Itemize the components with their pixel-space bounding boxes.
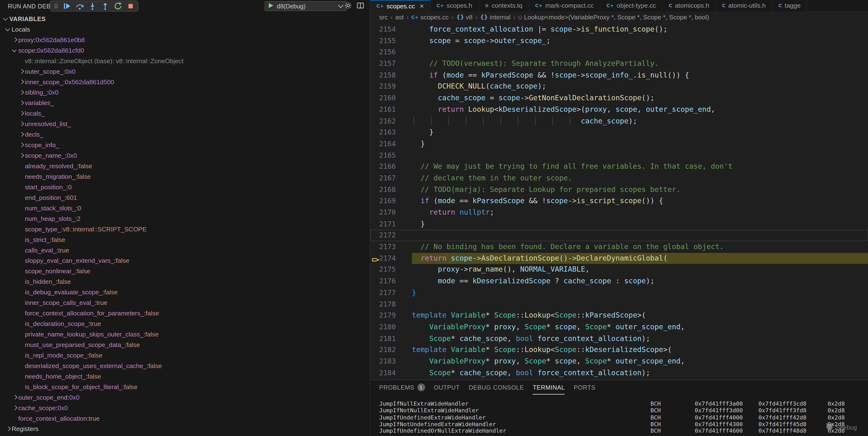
code-line-text[interactable]: VariableProxy* proxy, Scope* scope, Scop… xyxy=(412,321,868,333)
breadcrumb[interactable]: src›ast›C+scopes.cc›{}v8›{}internal›◇Loo… xyxy=(370,11,868,23)
code-line[interactable]: 2164 } xyxy=(370,138,868,150)
panel-tab-output[interactable]: OUTPUT xyxy=(434,380,460,394)
code-line-text[interactable]: scope = scope->outer_scope_; xyxy=(412,35,868,46)
tab-scopes.cc[interactable]: C+scopes.cc× xyxy=(370,0,430,11)
code-line-text[interactable]: mode == kDeserializedScope ? cache_scope… xyxy=(412,276,868,287)
code-line[interactable]: 2159 DCHECK_NULL(cache_scope); xyxy=(370,81,868,93)
variable-row[interactable]: scope_type_: v8::internal::SCRIPT_SCOPE xyxy=(0,223,370,234)
step-into-icon[interactable] xyxy=(89,2,96,10)
variable-row[interactable]: cache_scope: 0x0 xyxy=(0,402,370,413)
code-line-text[interactable]: if (mode == kParsedScope && !scope->is_s… xyxy=(412,195,868,207)
line-number[interactable]: 2168 xyxy=(370,184,396,195)
line-number[interactable]: 2162 xyxy=(370,115,396,127)
chevron-right-icon[interactable] xyxy=(18,99,25,106)
line-number[interactable]: 2156 xyxy=(370,46,396,58)
code-line[interactable]: 2156 xyxy=(370,46,868,58)
variable-row[interactable]: Locals xyxy=(0,24,370,34)
tab-tagge[interactable]: Ctagge xyxy=(772,0,807,11)
chevron-right-icon[interactable] xyxy=(11,394,18,401)
variable-row[interactable]: outer_scope_: 0x0 xyxy=(0,66,370,76)
line-number[interactable]: 2177 xyxy=(370,287,396,299)
line-number[interactable]: 2183 xyxy=(370,356,396,367)
variable-row[interactable]: scope_nonlinear_: false xyxy=(0,266,370,276)
line-number[interactable]: 2159 xyxy=(370,81,396,93)
line-number[interactable]: 2161 xyxy=(370,104,396,115)
variable-row[interactable]: is_repl_mode_scope_: false xyxy=(0,350,370,361)
launch-config-dropdown[interactable]: d8(Debug) xyxy=(265,1,346,11)
variable-row[interactable]: outer_scope_end: 0x0 xyxy=(0,392,370,402)
code-line[interactable]: 2179template Variable* Scope::Lookup<Sco… xyxy=(370,310,868,321)
code-line-text[interactable]: // No binding has been found. Declare a … xyxy=(412,241,868,253)
variable-row[interactable]: num_stack_slots_: 0 xyxy=(0,203,370,213)
variable-row[interactable]: num_heap_slots_: 2 xyxy=(0,213,370,223)
breadcrumb-item[interactable]: {}internal xyxy=(480,13,510,20)
code-line-text[interactable]: │ │ │ │ │ │ │ │ │ │ cache_scope); xyxy=(412,115,868,127)
line-number[interactable]: 2180 xyxy=(370,321,396,333)
variable-row[interactable]: sloppy_eval_can_extend_vars_: false xyxy=(0,255,370,266)
gear-icon[interactable] xyxy=(344,2,352,12)
code-line-text[interactable]: return scope->AsDeclarationScope()->Decl… xyxy=(412,253,868,264)
code-line[interactable]: 2157 // TODO(verwaest): Separate through… xyxy=(370,58,868,70)
tab-mark-compact.cc[interactable]: C+mark-compact.cc xyxy=(529,0,600,11)
chevron-right-icon[interactable] xyxy=(11,404,18,411)
chevron-down-icon[interactable] xyxy=(11,46,18,54)
variable-row[interactable]: scope_name_: 0x0 xyxy=(0,150,370,161)
chevron-right-icon[interactable] xyxy=(18,131,25,138)
line-number[interactable]: 2184 xyxy=(370,367,396,379)
code-line[interactable]: 2175 proxy->raw_name(), NORMAL_VARIABLE, xyxy=(370,264,868,276)
code-line[interactable]: 2160 cache_scope = scope->GetNonEvalDecl… xyxy=(370,92,868,104)
variables-section-header[interactable]: VARIABLES xyxy=(2,14,45,24)
code-line[interactable]: 2167 // declare them in the outer scope. xyxy=(370,173,868,184)
variable-row[interactable]: start_position_: 0 xyxy=(0,182,370,192)
breadcrumb-item[interactable]: ◇Lookup<mode>(VariableProxy *, Scope *, … xyxy=(518,13,709,20)
code-line-text[interactable]: DCHECK_NULL(cache_scope); xyxy=(412,81,868,93)
code-line-text[interactable]: // TODO(marja): Separate Lookup for prep… xyxy=(412,184,868,195)
line-number[interactable]: 2178 xyxy=(370,299,396,310)
line-number[interactable]: 2176 xyxy=(370,276,396,287)
line-number[interactable]: 2154 xyxy=(370,24,396,35)
code-line-text[interactable]: cache_scope = scope->GetNonEvalDeclarati… xyxy=(412,92,868,104)
line-number[interactable]: 2172 xyxy=(370,230,396,242)
code-line[interactable]: 2181 Scope* cache_scope, bool force_cont… xyxy=(370,333,868,344)
variable-row[interactable]: scope_info_ xyxy=(0,139,370,150)
code-line-text[interactable] xyxy=(412,46,868,58)
breadcrumb-item[interactable]: C+scopes.cc xyxy=(411,13,448,20)
line-number[interactable]: 2158 xyxy=(370,70,396,81)
code-line-text[interactable]: if (mode == kParsedScope && !scope->scop… xyxy=(412,70,868,81)
debug-start-icon[interactable] xyxy=(269,3,274,9)
variable-row[interactable]: Registers xyxy=(0,423,370,434)
code-line[interactable]: 2182template Variable* Scope::Lookup<Sco… xyxy=(370,344,868,356)
step-out-icon[interactable] xyxy=(101,2,109,10)
line-number[interactable]: 2173 xyxy=(370,241,396,253)
line-number[interactable]: 2163 xyxy=(370,127,396,138)
line-number[interactable]: 2175 xyxy=(370,264,396,276)
variable-row[interactable]: proxy: 0x562da861e0b8 xyxy=(0,34,370,45)
variable-row[interactable]: inner_scope_calls_eval_: true xyxy=(0,297,370,308)
line-number[interactable]: 2166 xyxy=(370,161,396,173)
code-line-text[interactable]: Scope* cache_scope, bool force_context_a… xyxy=(412,367,868,379)
line-number[interactable]: 2160 xyxy=(370,92,396,104)
variable-row[interactable]: deserialized_scope_uses_external_cache_:… xyxy=(0,360,370,371)
variable-row[interactable]: decls_ xyxy=(0,129,370,139)
code-line[interactable]: 2168 // TODO(marja): Separate Lookup for… xyxy=(370,184,868,195)
panel-tab-debug-console[interactable]: DEBUG CONSOLE xyxy=(469,380,524,394)
code-line[interactable]: 2178 xyxy=(370,299,868,310)
code-line-text[interactable]: proxy->raw_name(), NORMAL_VARIABLE, xyxy=(412,264,868,276)
chevron-right-icon[interactable] xyxy=(4,425,12,432)
code-line[interactable]: 2166 // We may just be trying to find al… xyxy=(370,161,868,173)
code-line[interactable]: 2169 if (mode == kParsedScope && !scope-… xyxy=(370,195,868,207)
code-line-text[interactable]: } xyxy=(412,127,868,138)
chevron-right-icon[interactable] xyxy=(18,141,25,148)
code-line-text[interactable]: template Variable* Scope::Lookup<Scope::… xyxy=(412,344,868,356)
chevron-right-icon[interactable] xyxy=(18,110,25,117)
code-line[interactable]: 2172 xyxy=(370,230,868,242)
line-number[interactable]: 2167 xyxy=(370,173,396,184)
restart-icon[interactable] xyxy=(114,2,122,10)
code-line[interactable]: 2176 mode == kDeserializedScope ? cache_… xyxy=(370,276,868,287)
panel-tab-ports[interactable]: PORTS xyxy=(574,380,596,394)
line-number[interactable]: 2169 xyxy=(370,195,396,207)
variable-row[interactable]: variables_ xyxy=(0,97,370,108)
variable-row[interactable]: force_context_allocation: true xyxy=(0,413,370,423)
variable-row[interactable]: v8::internal::ZoneObject (base): v8::int… xyxy=(0,55,370,66)
variable-row[interactable]: must_use_preparsed_scope_data_: false xyxy=(0,339,370,350)
